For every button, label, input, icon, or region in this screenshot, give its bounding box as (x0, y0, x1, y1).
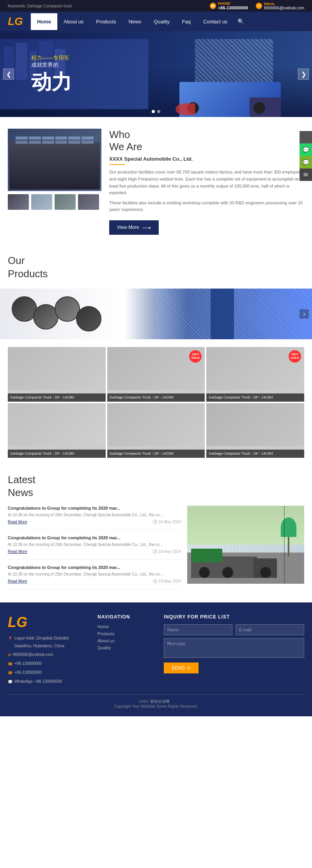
phone-number: +86-130000000 (218, 5, 248, 10)
banner-circles (0, 296, 98, 331)
news-img-dot-2[interactable] (293, 589, 296, 592)
nav: Home About us Products News Quality Faq … (31, 13, 304, 30)
arrow-icon: ⟶ (142, 224, 151, 231)
nav-about[interactable]: About us (57, 13, 90, 30)
hero-prev-button[interactable]: ❮ (3, 69, 14, 80)
footer-address: Legun Addr.:Zengdida Distridist Daaidhou… (14, 634, 86, 650)
footer-top: LG 📍 Legun Addr.:Zengdida Distridist Daa… (8, 614, 304, 687)
product-label-2: Garbage Compactor Truck：DF - 14C8M (107, 393, 205, 402)
inquiry-name-input[interactable] (164, 624, 232, 635)
footer-logo-col: LG 📍 Legun Addr.:Zengdida Distridist Daa… (8, 614, 86, 687)
float-email-btn[interactable]: ✉ (300, 168, 312, 181)
product-card-5[interactable]: Garbage Compactor Truck：DF - 14C8M (107, 403, 205, 458)
read-more-1[interactable]: Read More (8, 520, 27, 524)
news-body-1: At 10.38 on the morning of 25th December… (8, 512, 181, 518)
footer-whatsapp-row: 💬 WhatsApp: +86-130000000 (8, 678, 86, 686)
send-button[interactable]: SEND ⊙ (164, 663, 199, 673)
footer-nav-col: NAVIGATION Home Products About us Qualit… (98, 614, 152, 687)
read-more-2[interactable]: Read More (8, 549, 27, 554)
footer-nav-products[interactable]: Products (98, 631, 152, 636)
news-footer-1: Read More 🕐 18 May 2024 (8, 520, 181, 524)
hero-line1: 程力——专用车 (31, 55, 72, 62)
nav-news[interactable]: News (122, 13, 148, 30)
footer-inquiry: INQUIRY FOR PRICE LIST SEND ⊙ (164, 614, 304, 687)
news-truck (191, 549, 277, 578)
product-card-4[interactable]: Garbage Compactor Truck：DF - 14C8M (8, 403, 106, 458)
product-card-6[interactable]: Garbage Compactor Truck：DF - 14C8M (206, 403, 304, 458)
logo: LG (8, 15, 23, 28)
footer-email-row: ✉ 6666666@outlook.com (8, 651, 86, 659)
who-para1: Our production facilities cover over 66,… (109, 169, 304, 196)
news-footer-2: Read More 🕐 18 May 2024 (8, 549, 181, 554)
float-phone-btn[interactable]: 📞 (300, 131, 312, 143)
search-icon[interactable]: 🔍 (234, 13, 248, 30)
nav-quality[interactable]: Quality (147, 13, 176, 30)
news-item-2: Congratulations to Group for completing … (8, 535, 181, 560)
hero-truck-area (179, 62, 281, 117)
footer-nav-quality[interactable]: Quality (98, 645, 152, 650)
hero-dot-1[interactable] (152, 110, 155, 113)
footer-links-label: Links: (139, 699, 150, 703)
news-date-1: 🕐 18 May 2024 (152, 520, 181, 524)
who-thumb-2[interactable] (31, 194, 52, 210)
banner-right-arrow[interactable]: › (300, 309, 309, 319)
footer-phone2-row: ☎ +86-130000000 (8, 669, 86, 677)
footer-nav-home[interactable]: Home (98, 624, 152, 629)
nav-faq[interactable]: Faq (176, 13, 197, 30)
product-label-4: Garbage Compactor Truck：DF - 14C8M (8, 450, 106, 458)
who-text: Who We Are XXXX Special Automobile Co., … (109, 129, 304, 235)
footer-email: 6666666@outlook.com (13, 651, 53, 659)
footer-phone2: +86-130000000 (14, 669, 42, 677)
who-para2: These facilities also include a molding … (109, 200, 304, 213)
view-more-button[interactable]: View More ⟶ (109, 220, 159, 235)
nav-home[interactable]: Home (31, 13, 57, 30)
hero-dot-2[interactable] (157, 110, 160, 113)
nav-contact[interactable]: Contact us (197, 13, 234, 30)
who-images (8, 129, 101, 235)
product-card-2[interactable]: HOTSALE Garbage Compactor Truck：DF - 14C… (107, 347, 205, 402)
inquiry-email-input[interactable] (236, 624, 304, 635)
banner-circle-4 (76, 306, 101, 331)
footer-nav-about[interactable]: About us (98, 638, 152, 643)
products-title: Our Products (8, 254, 304, 281)
news-img-dot-3[interactable] (298, 589, 300, 592)
products-section: Our Products › Garbage Compactor Truck：D… (0, 246, 312, 458)
phone-icon: ☎ (210, 3, 216, 9)
float-wechat-btn[interactable]: 💬 (300, 156, 312, 168)
nav-products[interactable]: Products (90, 13, 122, 30)
news-section: Latest News Congratulations to Group for… (0, 466, 312, 603)
inquiry-message-textarea[interactable] (164, 638, 304, 658)
hero-big-text: 动力 (31, 71, 72, 93)
who-thumb-1[interactable] (8, 194, 29, 210)
news-title-2: Congratulations to Group for completing … (8, 535, 181, 540)
phone-details: PHONE +86-130000000 (218, 2, 248, 10)
top-bar: Keywords: Garbage Compactor truck ☎ PHON… (0, 0, 312, 12)
who-thumbnails (8, 194, 101, 210)
who-title: Who We Are (109, 129, 304, 153)
footer-links-text[interactable]: 瓷砖企业网 (150, 699, 170, 703)
news-img-dot-1[interactable] (288, 589, 291, 592)
float-whatsapp-btn[interactable]: 💬 (300, 143, 312, 156)
email-block: ✉ EMAIL 6666666@outlook.com (256, 2, 304, 10)
news-body-3: At 10.38 on the morning of 25th December… (8, 571, 181, 577)
who-thumb-3[interactable] (55, 194, 76, 210)
news-img-placeholder (187, 506, 304, 584)
product-label-3: Garbage Compactor Truck：DF - 14C8M (206, 393, 304, 402)
who-thumb-4[interactable] (78, 194, 99, 210)
email-details: EMAIL 6666666@outlook.com (264, 2, 304, 10)
hero-dots (152, 110, 160, 113)
floating-sidebar: 📞 💬 💬 ✉ (300, 131, 312, 181)
read-more-3[interactable]: Read More (8, 579, 27, 583)
phone-block: ☎ PHONE +86-130000000 (210, 2, 248, 10)
product-card-1[interactable]: Garbage Compactor Truck：DF - 14C8M (8, 347, 106, 402)
hot-sale-badge-1: HOTSALE (189, 350, 202, 363)
header: LG Home About us Products News Quality F… (0, 12, 312, 31)
footer-nav-title: NAVIGATION (98, 614, 152, 620)
hero-section: 程力——专用车 成就世界的 动力 ❮ ❯ (0, 31, 312, 117)
footer-email-icon: ✉ (8, 651, 11, 659)
product-card-3[interactable]: HOTSALE Garbage Compactor Truck：DF - 14C… (206, 347, 304, 402)
footer-logo: LG (8, 614, 86, 631)
inquiry-row-1 (164, 624, 304, 635)
hot-sale-badge-2: HOTSALE (289, 350, 301, 363)
hero-next-button[interactable]: ❯ (298, 69, 309, 80)
